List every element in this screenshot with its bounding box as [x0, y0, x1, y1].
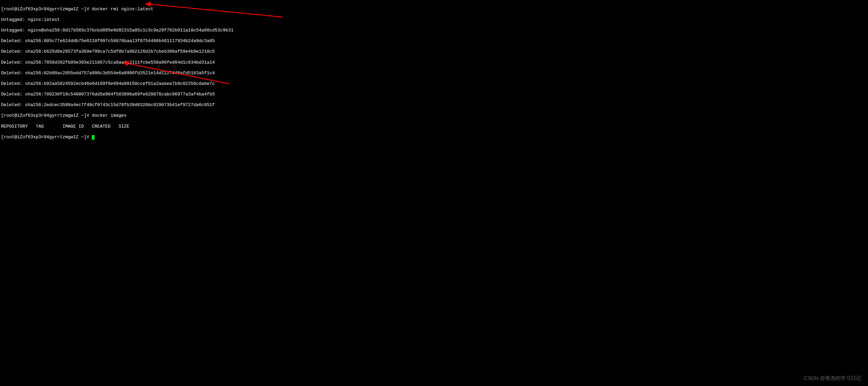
- prompt-line-1: [root@iZuf63xp3r04gyrrtzmgw1Z ~]# docker…: [1, 7, 867, 12]
- output-line: Deleted: sha256:b625d8e29573fa369e799ca7…: [1, 49, 867, 54]
- output-line: Deleted: sha256:605c77e624ddb75e6110f997…: [1, 38, 867, 44]
- watermark-text: CSDN @英杰的学习日记: [804, 375, 861, 381]
- prompt-line-2: [root@iZuf63xp3r04gyrrtzmgw1Z ~]# docker…: [1, 113, 867, 118]
- cursor-icon: [92, 135, 95, 140]
- prompt-line-3: [root@iZuf63xp3r04gyrrtzmgw1Z ~]#: [1, 134, 867, 140]
- output-line: Deleted: sha256:b92aa5824592ecb46e6d169f…: [1, 81, 867, 87]
- shell-prompt: [root@iZuf63xp3r04gyrrtzmgw1Z ~]#: [1, 134, 92, 140]
- output-line: Deleted: sha256:2edcec3590a4ec7f40cf0743…: [1, 102, 867, 108]
- output-line: Deleted: sha256:02b80ac2055edd757a996c3d…: [1, 70, 867, 76]
- output-line: Deleted: sha256:780238f18c540007376dd5e9…: [1, 92, 867, 97]
- table-header: REPOSITORY TAG IMAGE ID CREATED SIZE: [1, 124, 867, 129]
- output-line: Untagged: nginx@sha256:0d17b565c37bcbd89…: [1, 28, 867, 33]
- command-text: docker rmi nginx:latest: [92, 7, 153, 12]
- terminal-output[interactable]: [root@iZuf63xp3r04gyrrtzmgw1Z ~]# docker…: [1, 1, 867, 145]
- command-text: docker images: [92, 113, 126, 118]
- shell-prompt: [root@iZuf63xp3r04gyrrtzmgw1Z ~]#: [1, 113, 92, 118]
- shell-prompt: [root@iZuf63xp3r04gyrrtzmgw1Z ~]#: [1, 7, 92, 12]
- output-line: Untagged: nginx:latest: [1, 17, 867, 23]
- output-line: Deleted: sha256:7850d382fb05e393e211067c…: [1, 60, 867, 65]
